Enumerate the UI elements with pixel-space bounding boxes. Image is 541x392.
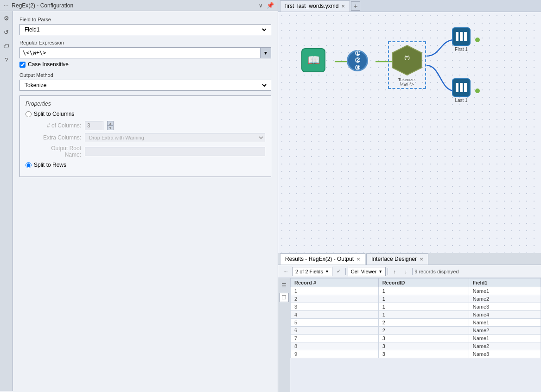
toolbar-separator-1 xyxy=(345,268,346,275)
table-row: 7 3 Name1 xyxy=(291,335,541,342)
cell-field1: Name4 xyxy=(469,311,541,319)
panel-title: RegEx(2) - Configuration xyxy=(12,2,73,9)
cell-field1: Name2 xyxy=(469,295,541,303)
split-columns-options: # of Columns: ▲ ▼ Extra Columns: Drop Ex… xyxy=(35,121,265,158)
pin-icon[interactable]: 📌 xyxy=(267,2,274,9)
results-tab-interface[interactable]: Interface Designer ✕ xyxy=(366,253,428,265)
svg-rect-8 xyxy=(464,32,467,41)
case-insensitive-row: Case Insensitive xyxy=(19,61,271,68)
node-regex[interactable]: (*) Tokenize:\<\w+\> xyxy=(390,44,424,87)
col-field1: Field1 xyxy=(469,278,541,287)
cell-record-id: 2 xyxy=(378,327,469,335)
canvas-tab-close[interactable]: ✕ xyxy=(341,4,345,9)
cell-record-num: 9 xyxy=(291,350,379,358)
results-content: ☰ ☐ Record # RecordID Field1 xyxy=(278,278,541,392)
table-row: 1 1 Name1 xyxy=(291,287,541,295)
node-formula[interactable]: ①②③ xyxy=(347,50,368,71)
cell-field1: Name2 xyxy=(469,342,541,350)
tag-icon[interactable]: 🏷 xyxy=(1,41,12,51)
split-columns-radio-row: Split to Columns xyxy=(25,111,265,117)
split-columns-label: Split to Columns xyxy=(34,111,74,117)
toolbar-dots-icon: ··· xyxy=(281,267,290,276)
cell-record-id: 3 xyxy=(378,335,469,342)
svg-point-2 xyxy=(475,38,480,42)
results-tab-close[interactable]: ✕ xyxy=(356,257,360,262)
spinner-down: ▼ xyxy=(107,126,114,130)
num-columns-input xyxy=(85,121,103,130)
regex-dropdown-btn[interactable]: ▼ xyxy=(260,47,271,58)
last-node-label: Last 1 xyxy=(455,98,467,103)
cell-record-num: 2 xyxy=(291,295,379,303)
canvas-area[interactable]: 📖 ①②③ (*) Tokenize:\<\w+\> xyxy=(278,12,541,253)
first-node-label: First 1 xyxy=(455,47,468,52)
refresh-icon[interactable]: ↺ xyxy=(1,27,12,37)
fields-count-label: 2 of 2 Fields xyxy=(295,269,323,274)
arrow-up-icon[interactable]: ↑ xyxy=(390,267,399,276)
table-icon[interactable]: ☰ xyxy=(280,281,289,290)
table-row: 3 1 Name3 xyxy=(291,303,541,311)
interface-tab-label: Interface Designer xyxy=(371,256,417,262)
case-insensitive-label: Case Insensitive xyxy=(28,61,69,68)
split-rows-radio[interactable] xyxy=(25,162,32,168)
cell-field1: Name1 xyxy=(469,319,541,327)
output-method-select[interactable]: Tokenize Parse Replace xyxy=(19,80,271,91)
toolbar-separator-2 xyxy=(388,268,388,275)
cell-record-id: 3 xyxy=(378,342,469,350)
table-row: 2 1 Name2 xyxy=(291,295,541,303)
cell-field1: Name2 xyxy=(469,327,541,335)
cell-record-id: 1 xyxy=(378,295,469,303)
regex-label: Regular Expression xyxy=(19,40,271,45)
cell-viewer-chevron: ▼ xyxy=(378,269,382,274)
cell-record-id: 1 xyxy=(378,287,469,295)
record-icon active[interactable]: ☐ xyxy=(280,293,289,302)
svg-rect-11 xyxy=(464,83,467,92)
cell-record-num: 5 xyxy=(291,319,379,327)
svg-rect-6 xyxy=(456,32,458,41)
results-sidebar: ☰ ☐ xyxy=(278,278,290,392)
extra-columns-row: Extra Columns: Drop Extra with Warning xyxy=(35,133,265,142)
check-icon[interactable]: ✓ xyxy=(334,267,344,276)
output-last-icon xyxy=(455,81,468,94)
cell-record-num: 7 xyxy=(291,335,379,342)
output-first-icon xyxy=(455,30,468,43)
cell-field1: Name1 xyxy=(469,287,541,295)
left-icon-sidebar: ⚙ ↺ 🏷 ? xyxy=(0,11,13,391)
drag-handle: ··· xyxy=(4,3,9,8)
cell-record-id: 1 xyxy=(378,311,469,319)
results-tab-label: Results - RegEx(2) - Output xyxy=(285,256,354,262)
split-columns-radio[interactable] xyxy=(25,111,32,117)
canvas-tab-main[interactable]: first_last_words.yxmd ✕ xyxy=(280,0,350,12)
config-panel: ··· RegEx(2) - Configuration ∨ 📌 ⚙ ↺ 🏷 ?… xyxy=(0,0,278,392)
node-output-last[interactable]: Last 1 xyxy=(452,78,471,103)
output-method-dropdown[interactable]: Tokenize Parse Replace xyxy=(23,82,268,89)
collapse-icon[interactable]: ∨ xyxy=(259,2,263,9)
extra-columns-label: Extra Columns: xyxy=(35,134,81,141)
results-panel: Results - RegEx(2) - Output ✕ Interface … xyxy=(278,253,541,392)
table-row: 9 3 Name3 xyxy=(291,350,541,358)
interface-tab-close[interactable]: ✕ xyxy=(420,257,423,262)
field-to-parse-dropdown[interactable]: Field1 Field2 xyxy=(23,26,268,33)
regex-node-label: Tokenize:\<\w+\> xyxy=(398,77,416,87)
table-body: 1 1 Name1 2 1 Name2 3 1 Name3 4 1 Name4 … xyxy=(291,287,541,358)
regex-input[interactable] xyxy=(19,47,260,58)
cell-record-num: 8 xyxy=(291,342,379,350)
cell-field1: Name3 xyxy=(469,350,541,358)
cell-record-num: 6 xyxy=(291,327,379,335)
fields-dropdown[interactable]: 2 of 2 Fields ▼ xyxy=(292,267,332,276)
field-to-parse-select[interactable]: Field1 Field2 xyxy=(19,24,271,35)
table-row: 8 3 Name2 xyxy=(291,342,541,350)
help-icon[interactable]: ? xyxy=(1,55,12,65)
canvas-add-tab[interactable]: + xyxy=(351,1,360,11)
panel-title-bar: ··· RegEx(2) - Configuration ∨ 📌 xyxy=(0,0,278,11)
canvas-tab-bar: first_last_words.yxmd ✕ + xyxy=(278,0,541,12)
case-insensitive-checkbox[interactable] xyxy=(19,62,25,68)
results-tab-output[interactable]: Results - RegEx(2) - Output ✕ xyxy=(280,253,365,265)
node-output-first[interactable]: First 1 xyxy=(452,27,471,52)
table-row: 6 2 Name2 xyxy=(291,327,541,335)
settings-icon[interactable]: ⚙ xyxy=(1,13,12,23)
node-input[interactable]: 📖 xyxy=(301,48,325,72)
svg-text:(*): (*) xyxy=(404,55,410,60)
cell-viewer-dropdown[interactable]: Cell Viewer ▼ xyxy=(348,267,386,276)
toolbar-left: ··· 2 of 2 Fields ▼ ✓ Cell Viewer ▼ ↑ ↓ xyxy=(281,267,459,276)
arrow-down-icon[interactable]: ↓ xyxy=(401,267,410,276)
